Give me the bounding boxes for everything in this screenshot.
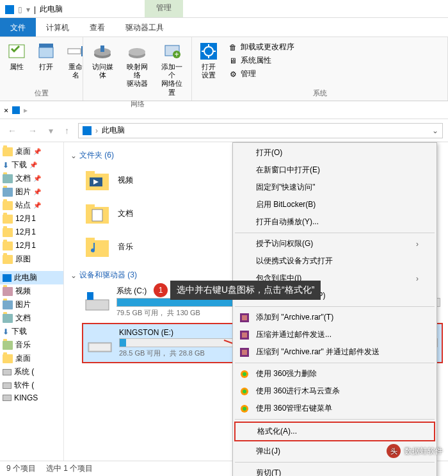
tree-d1[interactable]: 12月1 [0, 212, 63, 226]
svg-rect-1 [39, 47, 53, 58]
svg-rect-35 [242, 332, 247, 338]
svg-rect-29 [87, 292, 93, 300]
pc-icon [83, 126, 92, 135]
svg-rect-26 [86, 240, 109, 257]
access-media-button[interactable]: 访问媒体 [87, 40, 118, 81]
rar-icon [239, 347, 250, 357]
tree-soft[interactable]: 软件 ( [0, 379, 63, 392]
svg-rect-37 [242, 350, 247, 355]
address-path[interactable]: › 此电脑 ⌄ [78, 123, 443, 138]
open-settings-button[interactable]: 打开 设置 [196, 40, 221, 81]
annotation-text: 选中并右键U盘图标，点击“格式化” [170, 281, 321, 300]
ribbon-tabs: 文件 计算机 查看 驱动器工具 [0, 18, 448, 37]
uninstall-button[interactable]: 🗑卸载或更改程序 [225, 41, 297, 53]
ctx-compress-rar-email[interactable]: 压缩到 "Archive.rar" 并通过邮件发送 [234, 343, 435, 361]
chevron-down-icon[interactable]: ⌄ [432, 126, 438, 135]
tab-computer[interactable]: 计算机 [36, 18, 79, 37]
path-text: 此电脑 [102, 125, 125, 136]
svg-rect-27 [86, 238, 95, 242]
tab-drive-tools[interactable]: 驱动器工具 [115, 18, 174, 37]
close-icon[interactable]: ✕ [4, 106, 8, 115]
nav-recent-button[interactable]: ▾ [46, 124, 56, 137]
nav-tree[interactable]: 桌面📌 ⬇下载📌 文档📌 图片📌 站点📌 12月1 12月1 12月1 原图 此… [0, 142, 64, 461]
tree-dl2[interactable]: ⬇下载 [0, 325, 63, 338]
ctx-360-menu[interactable]: 使用 360管理右键菜单 [234, 400, 435, 417]
app-icon [5, 5, 14, 14]
rar-icon [239, 313, 250, 323]
annotation-number: 1 [154, 283, 168, 297]
group-system-label: 系统 [196, 87, 444, 99]
add-net-loc-button[interactable]: + 添加一个 网络位置 [157, 40, 188, 98]
ctx-cut[interactable]: 剪切(T) [234, 464, 435, 476]
svg-rect-31 [90, 344, 110, 350]
svg-rect-7 [100, 45, 104, 52]
svg-text:+: + [174, 50, 179, 59]
tree-docs[interactable]: 文档📌 [0, 172, 63, 185]
ctx-grant-access[interactable]: 授予访问权限(G)› [234, 235, 435, 252]
tree-sysc[interactable]: 系统 ( [0, 365, 63, 379]
watermark-text: 数据蛙软件 [404, 446, 443, 457]
ctx-compress-email[interactable]: 压缩并通过邮件发送... [234, 326, 435, 343]
tree-orig[interactable]: 原图 [0, 252, 63, 266]
svg-rect-2 [39, 44, 53, 47]
svg-rect-0 [9, 45, 24, 58]
rar-icon [239, 330, 250, 340]
system-props-button[interactable]: 🖥系统属性 [225, 54, 297, 67]
status-count: 9 个项目 [6, 463, 36, 474]
ctx-portable[interactable]: 以便携式设备方式打开 [234, 252, 435, 270]
contextual-tab-manage[interactable]: 管理 [145, 0, 183, 17]
360-icon [239, 386, 250, 397]
tree-kings[interactable]: KINGS [0, 392, 63, 404]
title-bar: ▯ ▾ | 此电脑 管理 [0, 0, 448, 18]
nav-forward-button[interactable]: → [26, 124, 40, 137]
open-button[interactable]: 打开 [33, 40, 59, 72]
address-bar: ← → ▾ ↑ › 此电脑 ⌄ [0, 119, 448, 142]
tab-view[interactable]: 查看 [79, 18, 115, 37]
tree-music[interactable]: 音乐 [0, 338, 63, 352]
context-menu: 打开(O) 在新窗口中打开(E) 固定到"快速访问" 启用 BitLocker(… [232, 142, 437, 476]
tree-d2[interactable]: 12月1 [0, 226, 63, 239]
ctx-360-scan[interactable]: 使用 360进行木马云查杀 [234, 382, 435, 400]
svg-point-43 [243, 407, 246, 411]
tree-site[interactable]: 站点📌 [0, 199, 63, 212]
annotation: 1 选中并右键U盘图标，点击“格式化” [154, 281, 321, 300]
svg-rect-20 [86, 171, 95, 175]
svg-point-41 [243, 390, 246, 393]
properties-button[interactable]: 属性 [4, 40, 29, 72]
tree-desktop[interactable]: 桌面📌 [0, 145, 63, 158]
status-selection: 选中 1 个项目 [46, 463, 93, 474]
ctx-format[interactable]: 格式化(A)... [234, 422, 435, 441]
tree-video[interactable]: 视频 [0, 284, 63, 298]
group-location-label: 位置 [4, 87, 79, 99]
ctx-new-window[interactable]: 在新窗口中打开(E) [234, 161, 435, 179]
ctx-open[interactable]: 打开(O) [234, 144, 435, 161]
ctx-pin-quick[interactable]: 固定到"快速访问" [234, 179, 435, 196]
quick-access-toolbar: ✕ ▸ [0, 101, 448, 119]
map-drive-button[interactable]: 映射网络 驱动器 [122, 40, 152, 90]
svg-rect-25 [92, 209, 102, 221]
tab-file[interactable]: 文件 [0, 18, 36, 37]
watermark: 头 数据蛙软件 [387, 444, 443, 458]
tree-doc2[interactable]: 文档 [0, 311, 63, 325]
360-icon [239, 369, 250, 379]
manage-button[interactable]: ⚙管理 [225, 68, 297, 80]
tree-pic2[interactable]: 图片 [0, 298, 63, 311]
ctx-autoplay[interactable]: 打开自动播放(Y)... [234, 213, 435, 231]
svg-rect-3 [68, 49, 81, 54]
nav-up-button[interactable]: ↑ [62, 124, 72, 137]
svg-rect-33 [242, 315, 247, 320]
svg-rect-28 [86, 300, 109, 310]
tree-pics[interactable]: 图片📌 [0, 185, 63, 199]
svg-point-9 [129, 48, 145, 56]
tree-desk2[interactable]: 桌面 [0, 352, 63, 365]
ctx-360-delete[interactable]: 使用 360强力删除 [234, 365, 435, 382]
group-network-label: 网络 [87, 98, 188, 110]
tree-thispc[interactable]: 此电脑 [0, 271, 63, 284]
nav-back-button[interactable]: ← [5, 124, 19, 137]
ctx-bitlocker[interactable]: 启用 BitLocker(B) [234, 196, 435, 213]
watermark-avatar: 头 [387, 444, 401, 458]
ribbon: 属性 打开 重命名 位置 访问媒体 映射网络 驱动器 + [0, 37, 448, 101]
tree-download[interactable]: ⬇下载📌 [0, 158, 63, 172]
tree-d3[interactable]: 12月1 [0, 239, 63, 252]
ctx-add-rar[interactable]: 添加到 "Archive.rar"(T) [234, 309, 435, 326]
